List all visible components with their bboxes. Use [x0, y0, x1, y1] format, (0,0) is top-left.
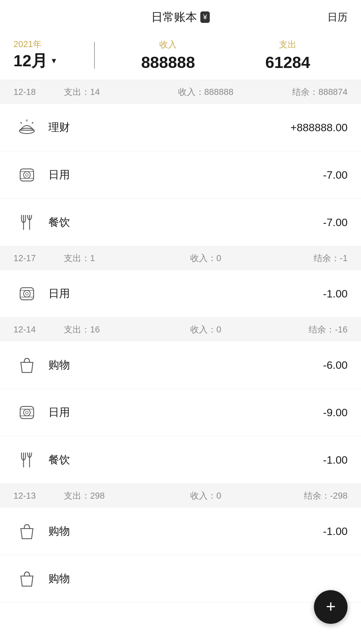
date-header-income: 收入：0 — [158, 252, 253, 264]
transaction-row[interactable]: 购物 — [0, 555, 361, 603]
transaction-name: 购物 — [48, 571, 348, 586]
date-header-income: 收入：0 — [158, 490, 253, 502]
date-header: 12-17 支出：1 收入：0 结余：-1 — [0, 246, 361, 270]
transaction-amount: -6.00 — [323, 359, 348, 371]
transaction-row[interactable]: 购物 -6.00 — [0, 342, 361, 389]
transaction-amount: +888888.00 — [290, 121, 348, 134]
year-label: 2021年 — [13, 38, 81, 50]
shopping-icon — [13, 352, 40, 379]
transaction-row[interactable]: 日用 -9.00 — [0, 389, 361, 436]
expense-label: 支出 — [279, 39, 296, 50]
currency-icon: ¥ — [200, 11, 210, 23]
shopping-icon — [13, 565, 40, 592]
transaction-list: 12-18 支出：14 收入：888888 结余：888874 理财 +8888… — [0, 80, 361, 603]
calendar-button[interactable]: 日历 — [327, 10, 348, 24]
transaction-name: 理财 — [48, 120, 290, 135]
month-label: 12月 — [13, 50, 47, 72]
add-icon: + — [326, 598, 335, 615]
date-header-balance: 结余：-1 — [253, 252, 348, 264]
transaction-amount: -1.00 — [323, 454, 348, 466]
app-title: 日常账本 ¥ — [151, 9, 210, 25]
date-header-date: 12-17 — [13, 253, 57, 263]
date-header-expense: 支出：1 — [57, 252, 158, 264]
summary-income: 收入 888888 — [108, 39, 228, 72]
date-header-date: 12-13 — [13, 491, 57, 501]
summary-bar: 2021年 12月 ▼ 收入 888888 支出 61284 — [0, 32, 361, 80]
transaction-row[interactable]: 餐饮 -7.00 — [0, 199, 361, 246]
finance-icon — [13, 114, 40, 141]
header: 日常账本 ¥ 日历 — [0, 0, 361, 32]
income-label: 收入 — [159, 39, 177, 50]
month-selector[interactable]: 2021年 12月 ▼ — [13, 38, 81, 72]
transaction-amount: -7.00 — [323, 216, 348, 229]
date-header-expense: 支出：14 — [57, 86, 158, 98]
transaction-row[interactable]: 理财 +888888.00 — [0, 104, 361, 151]
date-header-expense: 支出：298 — [57, 490, 158, 502]
date-header-balance: 结余：-16 — [253, 324, 348, 335]
date-header-income: 收入：888888 — [158, 86, 253, 98]
transaction-amount: -1.00 — [323, 525, 348, 538]
transaction-amount: -9.00 — [323, 406, 348, 419]
app-title-text: 日常账本 — [151, 9, 197, 25]
summary-divider — [94, 42, 95, 69]
transaction-row[interactable]: 日用 -1.00 — [0, 270, 361, 318]
date-header-expense: 支出：16 — [57, 324, 158, 335]
transaction-name: 餐饮 — [48, 453, 323, 467]
dining-icon — [13, 446, 40, 473]
transaction-name: 餐饮 — [48, 215, 323, 230]
dining-icon — [13, 209, 40, 236]
transaction-amount: -7.00 — [323, 169, 348, 181]
transaction-name: 购物 — [48, 358, 323, 372]
add-button[interactable]: + — [314, 590, 348, 624]
date-header-balance: 结余：888874 — [253, 86, 348, 98]
transaction-row[interactable]: 日用 -7.00 — [0, 151, 361, 199]
transaction-name: 日用 — [48, 405, 323, 420]
daily-icon — [13, 162, 40, 188]
date-header: 12-18 支出：14 收入：888888 结余：888874 — [0, 80, 361, 104]
transaction-amount: -1.00 — [323, 288, 348, 300]
transaction-row[interactable]: 餐饮 -1.00 — [0, 436, 361, 484]
summary-expense: 支出 61284 — [228, 39, 348, 72]
date-header-date: 12-14 — [13, 324, 57, 335]
date-header: 12-14 支出：16 收入：0 结余：-16 — [0, 318, 361, 342]
month-dropdown-arrow: ▼ — [50, 57, 57, 65]
date-header: 12-13 支出：298 收入：0 结余：-298 — [0, 484, 361, 508]
transaction-name: 日用 — [48, 286, 323, 301]
date-header-balance: 结余：-298 — [253, 490, 348, 502]
date-header-date: 12-18 — [13, 87, 57, 97]
daily-icon — [13, 399, 40, 426]
date-header-income: 收入：0 — [158, 324, 253, 335]
income-value: 888888 — [141, 53, 195, 72]
daily-icon — [13, 280, 40, 307]
transaction-row[interactable]: 购物 -1.00 — [0, 508, 361, 555]
transaction-name: 日用 — [48, 168, 323, 182]
transaction-name: 购物 — [48, 524, 323, 539]
expense-value: 61284 — [265, 53, 310, 72]
shopping-icon — [13, 518, 40, 545]
